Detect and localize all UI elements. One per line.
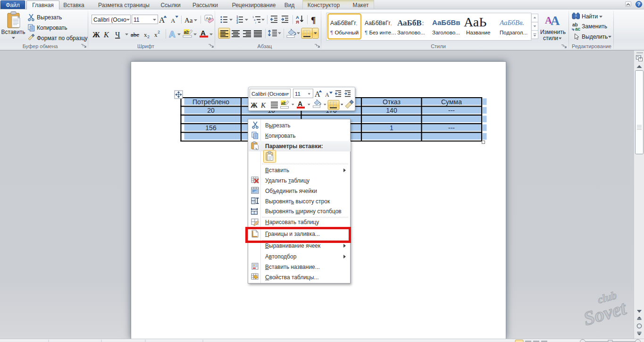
svg-text:20: 20 [207, 107, 215, 114]
svg-text:Вырезать: Вырезать [37, 14, 62, 21]
svg-text:x: x [144, 31, 147, 38]
svg-text:А: А [169, 29, 176, 39]
svg-text:156: 156 [205, 124, 217, 132]
svg-text:К: К [260, 101, 266, 109]
svg-text:АаБбВвГг,: АаБбВвГг, [330, 20, 357, 26]
svg-text:¶ Обычный: ¶ Обычный [330, 30, 359, 35]
svg-text:Заголово...: Заголово... [432, 30, 460, 35]
svg-text:ac: ac [575, 26, 581, 32]
svg-text:Потреблено: Потреблено [192, 98, 229, 106]
svg-text:Я: Я [296, 19, 299, 25]
svg-text:А: А [325, 92, 329, 98]
svg-text:А: А [201, 29, 206, 37]
svg-text:Название: Название [466, 30, 490, 35]
svg-text:abc: abc [131, 31, 139, 38]
svg-text:Копировать: Копировать [37, 25, 67, 31]
svg-text:А: А [298, 100, 302, 108]
svg-text:стили: стили [543, 35, 558, 42]
svg-text:АаБбВ:: АаБбВ: [397, 18, 424, 27]
svg-text:АаБбВвГг,: АаБбВвГг, [365, 20, 392, 26]
svg-text:Sovet: Sovet [581, 297, 629, 329]
svg-text:Аа: Аа [184, 17, 193, 24]
svg-text:АаЬ: АаЬ [464, 15, 486, 29]
svg-text:Calibri (Основн: Calibri (Основн [251, 91, 287, 97]
svg-text:Ж: Ж [92, 31, 100, 39]
svg-text:Заголово...: Заголово... [397, 30, 425, 35]
svg-text:3: 3 [236, 21, 238, 24]
svg-text:ab: ab [281, 100, 286, 106]
svg-text:140: 140 [386, 107, 397, 114]
svg-text:x: x [154, 31, 158, 38]
svg-text:11: 11 [134, 17, 140, 23]
svg-text:---: --- [448, 124, 455, 132]
svg-text:11: 11 [295, 91, 301, 97]
svg-text:Заменить: Заменить [582, 23, 607, 30]
svg-text:Подзагол...: Подзагол... [500, 30, 527, 35]
svg-text:Вставить: Вставить [1, 29, 25, 35]
svg-text:---: --- [448, 107, 455, 114]
svg-text:АаБбВв.: АаБбВв. [499, 19, 524, 26]
svg-text:К: К [103, 31, 109, 39]
svg-text:Найти: Найти [582, 13, 598, 20]
svg-text:Выделить: Выделить [582, 33, 608, 40]
svg-text:i: i [255, 21, 256, 24]
svg-text:ab: ab [184, 30, 190, 35]
svg-text:Сумма: Сумма [441, 98, 462, 106]
svg-text:¶ Без инте…: ¶ Без инте… [365, 30, 396, 35]
svg-text:1: 1 [390, 124, 393, 132]
svg-text:А: А [171, 17, 176, 24]
svg-text:2: 2 [158, 30, 160, 34]
svg-text:¶: ¶ [311, 15, 316, 25]
svg-text:2: 2 [147, 34, 150, 39]
svg-text:Ч: Ч [115, 31, 120, 39]
svg-text:Calibri (Осно: Calibri (Осно [93, 17, 126, 23]
svg-text:АаБбВв: АаБбВв [432, 18, 460, 26]
svg-text:Ж: Ж [251, 101, 258, 109]
svg-text:Формат по образцу: Формат по образцу [37, 35, 88, 42]
svg-text:Отказ: Отказ [383, 98, 401, 106]
svg-text:А: А [551, 14, 560, 28]
